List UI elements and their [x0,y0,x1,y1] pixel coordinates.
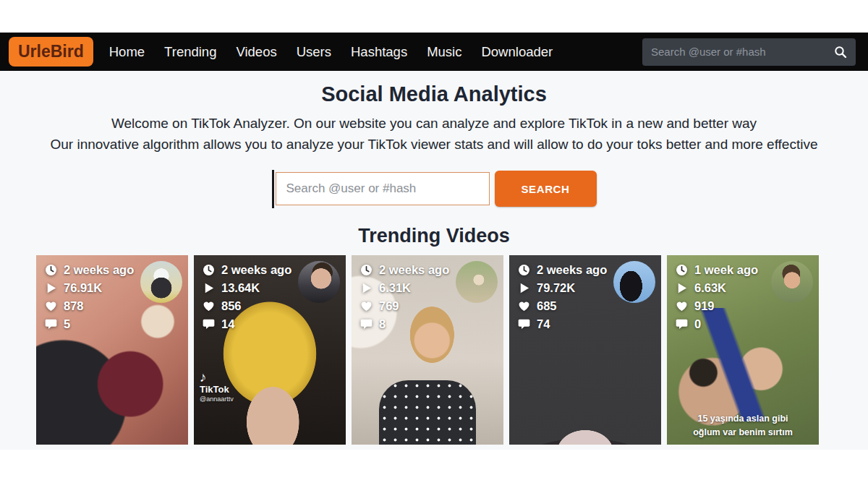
play-icon [676,282,688,294]
stat-time: 2 weeks ago [45,263,134,277]
video-card[interactable]: 2 weeks ago 6.31K 769 8 [352,255,503,445]
clock-icon [676,264,688,276]
stat-likes: 919 [676,299,758,313]
play-icon [518,282,530,294]
clock-icon [360,264,373,276]
video-stats: 1 week ago 6.63K 919 0 [676,263,758,331]
stat-views: 76.91K [45,281,134,295]
search-button[interactable]: SEARCH [495,171,597,207]
navbar-search-box [642,38,856,66]
stat-comments: 5 [45,317,134,331]
video-caption: 15 yaşında aslan gibi oğlum var benim sı… [667,412,819,440]
clock-icon [45,264,57,276]
stat-comments: 8 [360,317,449,331]
video-stats: 2 weeks ago 13.64K 856 14 [203,263,292,331]
stat-likes: 769 [360,299,449,313]
nav-item-home[interactable]: Home [109,44,145,60]
play-icon [45,282,57,294]
search-icon[interactable] [834,46,847,59]
comment-icon [518,318,530,330]
stat-comments: 74 [518,317,607,331]
nav-item-music[interactable]: Music [427,44,461,60]
video-stats: 2 weeks ago 6.31K 769 8 [360,263,449,331]
trending-videos-title: Trending Videos [0,225,868,247]
uploader-avatar[interactable] [456,261,498,303]
stat-likes: 878 [45,299,134,313]
uploader-avatar[interactable] [771,261,813,303]
video-stats: 2 weeks ago 76.91K 878 5 [45,263,134,331]
comment-icon [45,318,57,330]
heart-icon [45,300,57,312]
nav-links: Home Trending Videos Users Hashtags Musi… [109,44,553,60]
hero-subtitle-line2: Our innovative algorithm allows you to a… [0,134,868,155]
music-note-icon [200,371,234,384]
video-stats: 2 weeks ago 79.72K 685 74 [518,263,607,331]
stat-likes: 856 [203,299,292,313]
nav-item-videos[interactable]: Videos [236,44,276,60]
main-content: Social Media Analytics Welcome on TikTok… [0,71,868,450]
stat-time: 2 weeks ago [360,263,449,277]
hero-search-form: SEARCH [0,170,868,208]
stat-views: 13.64K [203,281,292,295]
trending-cards-row: 2 weeks ago 76.91K 878 5 [0,255,868,445]
stat-comments: 14 [203,317,292,331]
comment-icon [360,318,373,330]
nav-item-hashtags[interactable]: Hashtags [351,44,407,60]
stat-time: 1 week ago [676,263,758,277]
uploader-avatar[interactable] [140,261,182,303]
heart-icon [203,300,215,312]
comment-icon [676,318,688,330]
tiktok-watermark: TikTok @annaarttv [200,371,234,403]
search-input-left-bar [272,170,490,208]
uploader-avatar[interactable] [298,261,340,303]
video-card[interactable]: 2 weeks ago 76.91K 878 5 [36,255,188,445]
stat-comments: 0 [676,317,758,331]
video-card[interactable]: 2 weeks ago 13.64K 856 14 [194,255,346,445]
video-card[interactable]: 1 week ago 6.63K 919 0 [667,255,819,445]
stat-likes: 685 [518,299,607,313]
page: UrleBird Home Trending Videos Users Hash… [0,0,868,488]
navbar-search-input[interactable] [651,46,834,58]
nav-item-users[interactable]: Users [297,44,331,60]
navbar: UrleBird Home Trending Videos Users Hash… [0,33,868,71]
brand-logo[interactable]: UrleBird [9,37,93,67]
stat-time: 2 weeks ago [203,263,292,277]
stat-views: 6.63K [676,281,758,295]
uploader-avatar[interactable] [613,261,655,303]
stat-views: 79.72K [518,281,607,295]
heart-icon [360,300,373,312]
hero-subtitle: Welcome on TikTok Analyzer. On our websi… [0,113,868,155]
clock-icon [203,264,215,276]
page-title: Social Media Analytics [0,71,868,106]
heart-icon [676,300,688,312]
clock-icon [518,264,530,276]
nav-item-trending[interactable]: Trending [164,44,216,60]
nav-item-downloader[interactable]: Downloader [481,44,553,60]
heart-icon [518,300,530,312]
stat-time: 2 weeks ago [518,263,607,277]
hero-search-input[interactable] [276,172,490,205]
comment-icon [203,318,215,330]
hero-subtitle-line1: Welcome on TikTok Analyzer. On our websi… [0,113,868,134]
video-card[interactable]: 2 weeks ago 79.72K 685 74 [509,255,661,445]
play-icon [360,282,373,294]
stat-views: 6.31K [360,281,449,295]
play-icon [203,282,215,294]
